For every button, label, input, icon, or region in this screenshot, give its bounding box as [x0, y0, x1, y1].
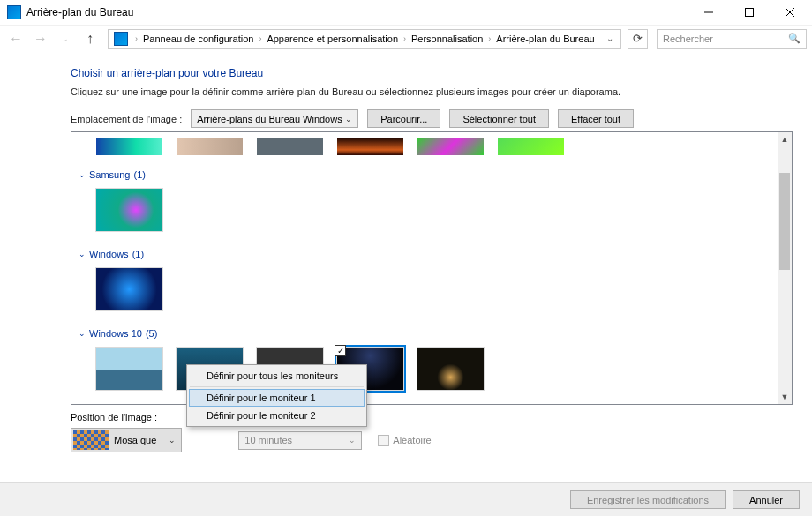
select-all-button[interactable]: Sélectionner tout [449, 109, 549, 128]
maximize-button[interactable] [729, 0, 770, 25]
search-placeholder: Rechercher [663, 34, 713, 44]
wallpaper-thumb[interactable] [417, 348, 484, 390]
breadcrumb-item-1[interactable]: Apparence et personnalisation [265, 34, 400, 44]
control-panel-icon [114, 32, 128, 46]
chevron-down-icon: ⌄ [79, 329, 86, 338]
cancel-button[interactable]: Annuler [733, 490, 800, 509]
location-row: Emplacement de l'image : Arrière-plans d… [71, 109, 793, 128]
wallpaper-thumb[interactable] [498, 138, 564, 155]
scroll-thumb[interactable] [779, 173, 790, 270]
wallpaper-thumb[interactable] [337, 138, 403, 155]
svg-rect-1 [746, 9, 754, 17]
scroll-track[interactable] [778, 146, 792, 390]
group-windows10[interactable]: ⌄ Windows 10 (5) [77, 323, 778, 342]
position-label: Position de l'image : [71, 412, 793, 423]
interval-value: 10 minutes [244, 435, 292, 445]
chevron-down-icon: ⌄ [79, 170, 86, 179]
position-preview-icon [73, 430, 109, 450]
forward-button[interactable]: → [30, 28, 51, 49]
checkbox-icon [378, 435, 389, 446]
vertical-scrollbar[interactable]: ▲ ▼ [778, 132, 792, 404]
chevron-down-icon: ⌄ [169, 436, 176, 445]
chevron-down-icon: ⌄ [79, 250, 86, 258]
breadcrumb[interactable]: › Panneau de configuration › Apparence e… [108, 29, 621, 49]
wallpaper-thumb[interactable] [96, 138, 162, 155]
wallpaper-gallery: ⌄ Samsung (1) ⌄ Windows (1) ⌄ Windows 10… [71, 131, 793, 405]
position-value: Mosaïque [114, 435, 156, 445]
save-button[interactable]: Enregistrer les modifications [570, 490, 726, 509]
chevron-down-icon: ⌄ [349, 436, 356, 445]
breadcrumb-item-0[interactable]: Panneau de configuration [141, 34, 255, 44]
scroll-up-button[interactable]: ▲ [778, 132, 792, 146]
wallpaper-thumb[interactable] [96, 189, 162, 231]
search-input[interactable]: Rechercher 🔍 [657, 29, 807, 49]
page-title: Choisir un arrière-plan pour votre Burea… [71, 67, 793, 79]
back-button[interactable]: ← [5, 28, 26, 49]
wallpaper-thumb[interactable] [257, 138, 323, 155]
menu-separator [190, 386, 364, 387]
wallpaper-thumb[interactable] [177, 138, 243, 155]
search-icon: 🔍 [788, 33, 801, 44]
menu-item-all-monitors[interactable]: Définir pour tous les moniteurs [189, 367, 365, 385]
wallpaper-thumb[interactable] [417, 138, 484, 155]
random-label: Aléatoire [393, 435, 431, 445]
menu-item-monitor-1[interactable]: Définir pour le moniteur 1 [189, 389, 365, 407]
interval-select[interactable]: 10 minutes ⌄ [238, 431, 362, 450]
group-count: (1) [132, 249, 144, 259]
group-count: (5) [146, 328, 157, 339]
breadcrumb-item-2[interactable]: Personnalisation [410, 34, 485, 44]
checkbox-checked-icon[interactable]: ✓ [335, 345, 346, 356]
menu-item-monitor-2[interactable]: Définir pour le moniteur 2 [189, 407, 365, 424]
recent-dropdown[interactable]: ⌄ [55, 28, 76, 49]
window-title: Arrière-plan du Bureau [26, 6, 688, 19]
context-menu: Définir pour tous les moniteurs Définir … [186, 364, 367, 427]
position-select[interactable]: Mosaïque ⌄ [71, 428, 182, 452]
page-subtitle: Cliquez sur une image pour la définir co… [71, 86, 793, 97]
group-label: Windows [89, 249, 129, 259]
chevron-right-icon: › [259, 34, 261, 43]
bottom-bar: Enregistrer les modifications Annuler [0, 482, 812, 516]
wallpaper-thumb[interactable] [96, 348, 162, 390]
wallpaper-thumb[interactable] [96, 268, 162, 310]
minimize-button[interactable] [688, 0, 729, 25]
scroll-down-button[interactable]: ▼ [778, 390, 792, 404]
thumb-row-partial [77, 136, 778, 164]
app-icon [7, 5, 21, 19]
clear-all-button[interactable]: Effacer tout [558, 109, 634, 128]
window-titlebar: Arrière-plan du Bureau [0, 0, 812, 25]
chevron-right-icon: › [403, 34, 406, 43]
location-select[interactable]: Arrière-plans du Bureau Windows ⌄ [191, 109, 358, 128]
location-label: Emplacement de l'image : [71, 114, 182, 124]
browse-button[interactable]: Parcourir... [367, 109, 440, 128]
chevron-down-icon: ⌄ [345, 115, 352, 123]
group-count: (1) [133, 169, 145, 180]
refresh-button[interactable]: ⟳ [628, 29, 648, 49]
breadcrumb-dropdown[interactable]: ⌄ [601, 34, 619, 43]
group-label: Windows 10 [89, 328, 142, 339]
group-label: Samsung [89, 169, 130, 180]
chevron-right-icon: › [135, 34, 138, 43]
random-checkbox[interactable]: Aléatoire [378, 435, 431, 446]
navigation-bar: ← → ⌄ ↑ › Panneau de configuration › App… [0, 25, 812, 51]
group-windows[interactable]: ⌄ Windows (1) [77, 243, 778, 263]
breadcrumb-item-3[interactable]: Arrière-plan du Bureau [494, 34, 596, 44]
close-button[interactable] [770, 0, 810, 25]
location-value: Arrière-plans du Bureau Windows [197, 114, 342, 124]
up-button[interactable]: ↑ [79, 28, 101, 49]
group-samsung[interactable]: ⌄ Samsung (1) [77, 164, 778, 183]
content-area: Choisir un arrière-plan pour votre Burea… [0, 51, 812, 452]
chevron-right-icon: › [488, 34, 491, 43]
